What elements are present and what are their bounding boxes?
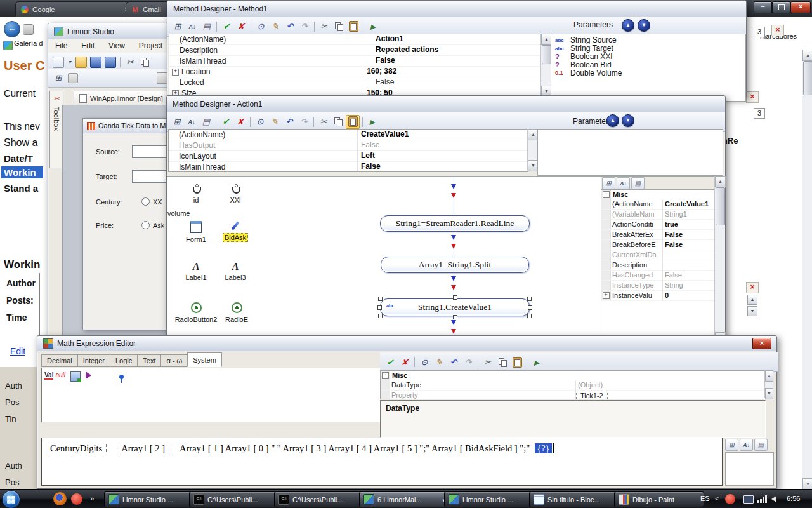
tray-display-icon[interactable] xyxy=(743,495,754,504)
language-indicator[interactable]: ES xyxy=(700,495,710,502)
property-value[interactable]: False xyxy=(663,230,715,239)
property-row[interactable]: HasChangedFalse xyxy=(601,271,715,281)
clock[interactable]: 6:56 xyxy=(787,495,800,502)
property-row[interactable]: InstanceValu0 xyxy=(601,291,715,301)
toolbox-item-form1[interactable]: Form1 xyxy=(180,221,213,243)
property-value[interactable]: (Object) xyxy=(576,380,765,390)
run-icon[interactable] xyxy=(366,20,380,34)
property-row[interactable]: Location160; 382 xyxy=(169,67,541,77)
flow-node-createvalue-selected[interactable]: abc String1.CreateValue1 xyxy=(380,298,530,316)
move-down-button[interactable] xyxy=(638,19,650,32)
nav-icon[interactable] xyxy=(23,24,34,35)
edit-icon[interactable] xyxy=(268,115,282,129)
edit-icon[interactable] xyxy=(432,355,446,369)
property-value[interactable]: Repeated actions xyxy=(372,45,541,55)
save-all-icon[interactable] xyxy=(103,55,117,69)
property-value[interactable]: False xyxy=(663,240,715,250)
grid-edit-icon[interactable] xyxy=(70,371,81,382)
paste-icon[interactable] xyxy=(346,20,360,34)
property-value[interactable]: 0 xyxy=(663,291,715,300)
categorized-icon[interactable] xyxy=(171,20,185,34)
selection-handle[interactable] xyxy=(527,297,532,301)
expression-token[interactable]: CenturyDigits xyxy=(46,443,107,454)
paste-icon[interactable] xyxy=(510,355,524,369)
cut-icon[interactable] xyxy=(481,355,495,369)
property-row[interactable]: IconLayoutLeft xyxy=(169,151,528,162)
redo-icon[interactable] xyxy=(461,355,475,369)
undo-icon[interactable] xyxy=(282,115,296,129)
undo-icon[interactable] xyxy=(447,355,461,369)
redo-icon[interactable] xyxy=(298,20,311,34)
property-pages-icon[interactable] xyxy=(200,20,214,34)
minimize-button[interactable] xyxy=(754,1,772,13)
edit-link[interactable]: Edit xyxy=(10,346,25,356)
alphabetical-icon[interactable] xyxy=(617,177,630,189)
open-icon[interactable] xyxy=(74,55,88,69)
selection-handle[interactable] xyxy=(377,305,382,310)
taskbar-button-notepad[interactable]: Sin titulo - Bloc... xyxy=(529,491,619,507)
radio-icon[interactable] xyxy=(141,197,150,206)
tray-network-icon[interactable] xyxy=(757,495,768,503)
parameter-item[interactable]: 0.1Double Volume xyxy=(551,69,745,77)
price-radio[interactable]: Ask xyxy=(141,221,164,229)
align-icon[interactable] xyxy=(66,71,80,85)
property-pages-icon[interactable] xyxy=(199,115,213,129)
run-icon[interactable] xyxy=(365,115,379,129)
move-up-button[interactable] xyxy=(622,19,634,32)
expression-token[interactable]: Array1 [ 2 ] xyxy=(117,443,169,454)
property-row[interactable]: HasOutputFalse xyxy=(169,140,528,151)
tray-volume-icon[interactable] xyxy=(771,496,776,502)
property-row[interactable]: LockedFalse xyxy=(169,77,541,88)
property-value[interactable]: False xyxy=(358,162,528,172)
alphabetical-icon[interactable] xyxy=(185,20,199,34)
move-down-button[interactable] xyxy=(622,114,634,127)
propgrid-scrollbar[interactable]: ▲ ▼ xyxy=(764,370,773,398)
move-up-button[interactable] xyxy=(606,114,619,127)
scroll-down-icon[interactable]: ▼ xyxy=(747,306,757,316)
property-row[interactable]: Description xyxy=(601,260,715,271)
selection-handle[interactable] xyxy=(528,305,532,310)
toolbox-item-xxl[interactable]: XXl xyxy=(219,184,252,204)
cut-icon[interactable] xyxy=(317,20,331,34)
property-row[interactable]: PropertyTick1-2 xyxy=(381,391,765,399)
tab-decimal[interactable]: Decimal xyxy=(41,354,78,367)
start-button[interactable] xyxy=(2,490,20,508)
scroll-down-icon[interactable]: ▼ xyxy=(802,478,812,490)
bookmark-item[interactable]: Galería d xyxy=(14,39,47,47)
property-row[interactable]: (ActionName)Action1 xyxy=(169,34,541,45)
val-icon[interactable]: Val xyxy=(44,371,53,380)
quicklaunch-overflow-icon[interactable]: » xyxy=(90,495,94,502)
copy-icon[interactable] xyxy=(138,55,152,69)
close-icon[interactable] xyxy=(746,91,759,103)
property-value[interactable]: Left xyxy=(358,151,528,161)
categorized-icon[interactable] xyxy=(602,177,615,189)
property-row[interactable]: (VariableNamString1 xyxy=(601,210,715,220)
page-scrollbar[interactable]: ▲ ▼ xyxy=(802,50,812,489)
save-icon[interactable] xyxy=(89,55,103,69)
property-value[interactable]: False xyxy=(372,56,541,66)
expression-placeholder[interactable]: {?} xyxy=(535,443,551,453)
toolbox-item-radiobutton2[interactable]: RadioButton2 xyxy=(169,302,223,323)
property-row[interactable]: (ActionName)CreateValue1 xyxy=(169,130,528,140)
taskbar-button-paint[interactable]: Dibujo - Paint xyxy=(614,491,704,507)
quicklaunch-icon[interactable] xyxy=(71,493,82,505)
taskbar-button-console2[interactable]: C:\Users\Publi... xyxy=(274,491,364,507)
scrollbar-thumb[interactable] xyxy=(803,61,812,95)
cancel-icon[interactable] xyxy=(233,115,247,129)
century-radio[interactable]: XX xyxy=(141,197,162,206)
property-row[interactable]: BreakAfterExFalse xyxy=(601,230,715,240)
scroll-up-icon[interactable]: ▲ xyxy=(765,370,773,382)
menu-project[interactable]: Project xyxy=(132,39,169,53)
method1-titlebar[interactable]: Method Designer - Method1 xyxy=(167,1,746,17)
taskbar-button-limnor1[interactable]: Limnor Studio ... xyxy=(104,491,194,507)
property-row[interactable]: BreakBeforeEFalse xyxy=(601,240,715,250)
pointer-icon[interactable] xyxy=(86,371,91,379)
selection-handle[interactable] xyxy=(453,295,457,300)
paste-icon[interactable] xyxy=(346,115,360,129)
cancel-icon[interactable] xyxy=(398,355,412,369)
alphabetical-icon[interactable] xyxy=(740,439,753,451)
layout-grid-icon[interactable] xyxy=(51,71,65,85)
selection-handle[interactable] xyxy=(378,297,383,301)
property-value[interactable]: Action1 xyxy=(372,34,541,44)
flow-node-split[interactable]: Array1=String1.Split xyxy=(381,257,529,273)
